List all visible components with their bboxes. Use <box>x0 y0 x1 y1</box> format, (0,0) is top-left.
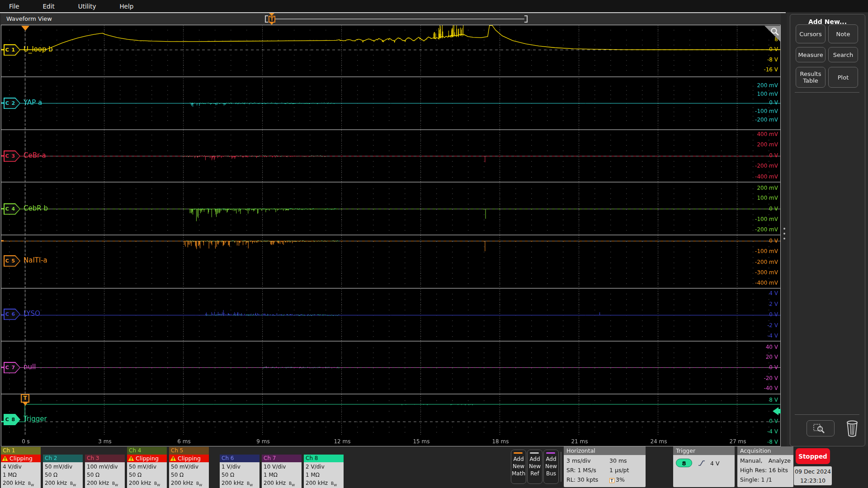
ch-bandwidth: 200 kHzBW <box>222 479 258 488</box>
ch-badge-5[interactable]: Ch 5Clipping50 mV/div50 Ω200 kHzBW <box>169 447 209 488</box>
sidebar-button-plot[interactable]: Plot <box>828 67 858 88</box>
ch-scale: 100 mV/div <box>87 463 123 471</box>
channel-name-2[interactable]: YAP a <box>24 99 42 107</box>
trigger-t-marker[interactable]: T <box>21 394 29 403</box>
ch-impedance: 50 Ω <box>129 471 165 479</box>
warning-icon <box>128 455 134 461</box>
channel-badge-6[interactable]: C 6 <box>4 309 20 320</box>
trigger-source-badge: 8 <box>676 459 692 467</box>
warning-icon <box>170 455 176 461</box>
zoom-select-button[interactable] <box>807 420 835 436</box>
clipping-alert: Clipping <box>169 455 209 462</box>
magnifier-icon <box>770 27 780 37</box>
ch-impedance: 50 Ω <box>45 471 81 479</box>
channel-name-1[interactable]: U_loop b <box>24 45 53 53</box>
channel-badge-7[interactable]: C 7 <box>4 362 20 373</box>
ch-bandwidth: 200 kHzBW <box>87 479 123 488</box>
ch-badge-6[interactable]: Ch 61 V/div50 Ω200 kHzBW <box>220 455 259 488</box>
horizontal-scale: 3 ms/div <box>566 456 609 465</box>
ch-badge-header: Ch 1 <box>1 447 41 455</box>
horizontal-panel-title: Horizontal <box>564 446 646 455</box>
sidebar-button-measure[interactable]: Measure <box>796 47 826 62</box>
add-new-panel: Add New... CursorsNoteMeasureSearchResul… <box>790 14 865 446</box>
acq-highres: High Res: 16 bits <box>740 465 791 475</box>
ch-impedance: 1 MΩ <box>264 471 300 479</box>
record-trigger-t-icon[interactable]: T <box>269 16 275 23</box>
ch-badge-8[interactable]: Ch 82 V/div1 MΩ200 kHzBW <box>304 455 344 488</box>
ch-badge-4[interactable]: Ch 4Clipping50 mV/div50 Ω200 kHzBW <box>127 447 167 488</box>
add-new-bus-button[interactable]: AddNewBus <box>543 450 559 484</box>
sidebar-button-results-table[interactable]: Results Table <box>796 67 826 88</box>
horizontal-window: 30 ms <box>609 456 627 465</box>
channel-badge-4[interactable]: C 4 <box>4 203 20 215</box>
rising-edge-icon <box>698 460 706 467</box>
ch-badge-2[interactable]: Ch 250 mV/div50 Ω200 kHzBW <box>43 455 83 488</box>
ch-bandwidth: 200 kHzBW <box>3 479 39 488</box>
right-sidebar: Add New... CursorsNoteMeasureSearchResul… <box>787 13 868 488</box>
sidebar-button-note[interactable]: Note <box>828 24 858 43</box>
ch-badge-header: Ch 6 <box>220 455 259 462</box>
ch-bandwidth: 200 kHzBW <box>264 479 300 488</box>
horizontal-trigger-pos: T3% <box>609 475 625 484</box>
trigger-t-marker-pointer-icon <box>23 403 28 406</box>
trigger-panel[interactable]: Trigger 8 4 V <box>673 446 735 487</box>
ch-badge-header: Ch 5 <box>169 447 209 455</box>
channel-name-8[interactable]: Trigger <box>24 415 47 423</box>
ch-scale: 50 mV/div <box>129 463 165 471</box>
trigger-level-arrow-icon[interactable] <box>773 407 778 415</box>
channel-badge-5[interactable]: C 5 <box>4 255 20 267</box>
acquisition-panel-title: Acquisition <box>737 446 793 455</box>
menu-item-file[interactable]: File <box>9 3 19 10</box>
bottombar-separator <box>561 452 561 482</box>
channel-name-6[interactable]: LYSO <box>24 310 40 318</box>
acq-analyze: Analyze <box>769 456 791 465</box>
oscilloscope-app: FileEditUtilityHelp Waveform View T C 1U… <box>0 0 868 488</box>
time-value: 12:23:10 <box>794 476 832 485</box>
ch-scale: 1 V/div <box>222 463 258 471</box>
menu-item-edit[interactable]: Edit <box>43 3 55 10</box>
add-new-math-button[interactable]: AddNewMath <box>511 450 526 484</box>
ch-impedance: 50 Ω <box>222 471 258 479</box>
channel-name-5[interactable]: NaITl-a <box>24 256 47 264</box>
waveform-plot[interactable] <box>1 25 781 446</box>
sidebar-button-cursors[interactable]: Cursors <box>796 24 826 43</box>
zoom-select-icon <box>813 423 828 434</box>
horizontal-panel[interactable]: Horizontal 3 ms/div30 ms SR: 1 MS/s1 µs/… <box>564 446 646 487</box>
add-new-ref-button[interactable]: AddNewRef <box>527 450 542 484</box>
channel-badge-8[interactable]: C 8 <box>4 414 20 425</box>
ch-impedance: 50 Ω <box>87 471 123 479</box>
channel-badge-2[interactable]: C 2 <box>4 98 20 109</box>
trigger-level-arrow-tail <box>778 409 781 413</box>
trigger-panel-title: Trigger <box>673 446 735 455</box>
ch-scale: 10 V/div <box>264 463 300 471</box>
ch-badge-header: Ch 8 <box>304 455 344 462</box>
record-view-right-bracket <box>524 15 528 23</box>
horizontal-record-length: RL: 30 kpts <box>566 475 609 484</box>
record-view-bar[interactable] <box>273 19 524 19</box>
ch-scale: 50 mV/div <box>45 463 81 471</box>
ch-scale: 2 V/div <box>306 463 342 471</box>
ch-badge-header: Ch 7 <box>262 455 302 462</box>
panel-splitter-handle[interactable] <box>783 225 786 243</box>
acquisition-panel[interactable]: Acquisition Manual,Analyze High Res: 16 … <box>737 446 793 487</box>
ch-badge-3[interactable]: Ch 3100 mV/div50 Ω200 kHzBW <box>85 455 125 488</box>
ch-bandwidth: 200 kHzBW <box>306 479 342 488</box>
ch-badge-1[interactable]: Ch 1Clipping4 V/div1 MΩ200 kHzBW <box>1 447 41 488</box>
menu-item-help[interactable]: Help <box>119 3 133 10</box>
channel-name-3[interactable]: CeBr-a <box>24 151 46 160</box>
ch-badge-header: Ch 4 <box>127 447 167 455</box>
ch-impedance: 1 MΩ <box>306 471 342 479</box>
channel-name-4[interactable]: CebR b <box>24 204 48 212</box>
trigger-position-triangle-icon[interactable] <box>21 26 29 31</box>
channel-name-7[interactable]: null <box>24 363 36 371</box>
sidebar-button-search[interactable]: Search <box>828 47 858 62</box>
run-state-button[interactable]: Stopped <box>796 448 830 464</box>
waveform-canvas[interactable] <box>1 25 780 446</box>
ch-badge-7[interactable]: Ch 710 V/div1 MΩ200 kHzBW <box>262 455 302 488</box>
ch-badge-header: Ch 3 <box>85 455 125 462</box>
menu-item-utility[interactable]: Utility <box>78 3 96 10</box>
trash-icon[interactable] <box>845 419 859 437</box>
channel-badge-1[interactable]: C 1 <box>4 44 20 56</box>
ch-bandwidth: 200 kHzBW <box>129 479 165 488</box>
channel-badge-3[interactable]: C 3 <box>4 150 20 162</box>
